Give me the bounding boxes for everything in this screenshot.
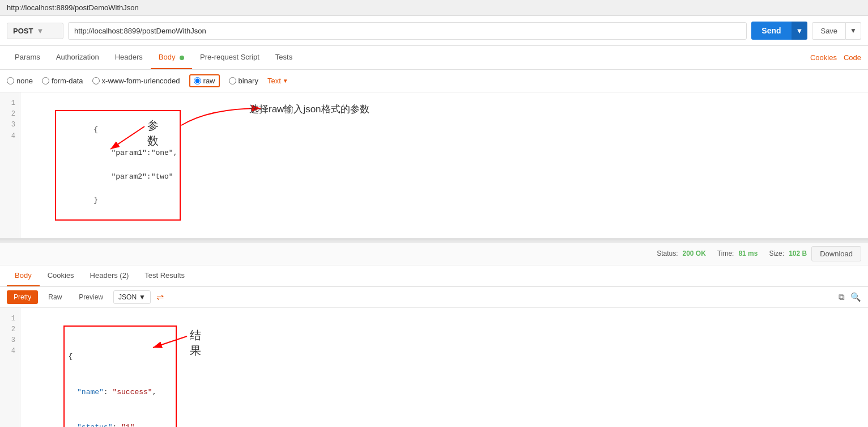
- urlencoded-radio[interactable]: [92, 77, 100, 84]
- size-label: Size:: [769, 250, 784, 257]
- top-bar: http://localhost:8899/postDemoWithJson: [0, 0, 868, 16]
- form-data-option[interactable]: form-data: [42, 77, 83, 85]
- preview-button[interactable]: Preview: [72, 290, 110, 304]
- response-tabs: Body Cookies Headers (2) Test Results: [0, 265, 868, 287]
- response-section: Status: 200 OK Time: 81 ms Size: 102 B D…: [0, 243, 868, 427]
- request-tabs-row: Params Authorization Headers Body Pre-re…: [0, 46, 868, 70]
- send-button[interactable]: Send: [751, 22, 791, 40]
- result-annotation-text: 结果: [190, 328, 210, 358]
- format-select[interactable]: JSON ▼: [113, 290, 151, 304]
- params-annotation-text: 参数: [147, 118, 159, 149]
- send-dropdown-button[interactable]: ▼: [792, 22, 808, 40]
- response-status-bar: Status: 200 OK Time: 81 ms Size: 102 B D…: [657, 246, 861, 261]
- request-body-area: 1 2 3 4 { "param1":"one", "param2":"two"…: [0, 92, 868, 240]
- raw-annotation-container: 选择raw输入json格式的参数: [176, 103, 272, 131]
- raw-button[interactable]: Raw: [41, 290, 69, 304]
- wrap-icon[interactable]: ⇌: [156, 291, 164, 302]
- format-dropdown-arrow: ▼: [139, 293, 146, 301]
- response-header: Status: 200 OK Time: 81 ms Size: 102 B D…: [0, 243, 868, 265]
- resp-tab-test-results[interactable]: Test Results: [137, 265, 193, 286]
- raw-annotation-text: 选择raw输入json格式的参数: [249, 103, 369, 116]
- top-bar-url: http://localhost:8899/postDemoWithJson: [7, 3, 139, 12]
- resp-tab-cookies[interactable]: Cookies: [40, 265, 82, 286]
- text-format-select[interactable]: Text ▼: [267, 77, 288, 85]
- raw-option-box: raw: [189, 74, 220, 87]
- binary-radio[interactable]: [229, 77, 236, 84]
- request-bar: POST ▼ Send ▼ Save ▼: [0, 16, 868, 46]
- cookies-link[interactable]: Cookies: [810, 53, 837, 62]
- tab-tests[interactable]: Tests: [267, 46, 300, 69]
- time-label: Time:: [717, 250, 734, 257]
- raw-radio[interactable]: [194, 77, 201, 84]
- form-data-radio[interactable]: [42, 77, 49, 84]
- time-value: 81 ms: [738, 250, 758, 257]
- response-line-numbers: 1 2 3 4: [0, 308, 20, 427]
- resp-tab-body[interactable]: Body: [7, 265, 40, 286]
- response-code-editor: 1 2 3 4 { "name": "success", "status": "…: [0, 308, 868, 427]
- response-body-area: 1 2 3 4 { "name": "success", "status": "…: [0, 308, 868, 427]
- tab-authorization[interactable]: Authorization: [48, 46, 107, 69]
- save-dropdown-button[interactable]: ▼: [846, 22, 861, 40]
- method-select[interactable]: POST ▼: [7, 23, 63, 39]
- resp-tab-headers[interactable]: Headers (2): [82, 265, 137, 286]
- method-dropdown-arrow: ▼: [36, 27, 44, 35]
- code-link[interactable]: Code: [844, 53, 861, 62]
- pretty-button[interactable]: Pretty: [7, 290, 38, 304]
- method-label: POST: [13, 27, 33, 35]
- send-group: Send ▼: [751, 22, 807, 40]
- none-option[interactable]: none: [7, 77, 33, 85]
- status-label: Status:: [657, 250, 678, 257]
- raw-option[interactable]: raw: [194, 77, 215, 85]
- save-button[interactable]: Save: [812, 22, 846, 40]
- tab-right-links: Cookies Code: [810, 53, 861, 62]
- tab-pre-request[interactable]: Pre-request Script: [192, 46, 267, 69]
- save-group: Save ▼: [812, 22, 861, 40]
- copy-icon[interactable]: ⧉: [839, 292, 845, 302]
- tab-params[interactable]: Params: [7, 46, 48, 69]
- binary-option[interactable]: binary: [229, 77, 258, 85]
- resp-line-2: "name": "success",: [68, 387, 172, 399]
- download-button[interactable]: Download: [811, 246, 861, 261]
- resp-line-3: "status": "1": [68, 422, 172, 427]
- code-editor: 1 2 3 4 { "param1":"one", "param2":"two"…: [0, 92, 868, 238]
- tab-body[interactable]: Body: [151, 46, 192, 69]
- none-radio[interactable]: [7, 77, 14, 84]
- search-icon[interactable]: 🔍: [850, 292, 861, 302]
- params-annotation-container: 参数: [99, 121, 156, 155]
- tab-headers[interactable]: Headers: [107, 46, 151, 69]
- url-input[interactable]: [68, 22, 747, 40]
- response-toolbar: Pretty Raw Preview JSON ▼ ⇌ ⧉ 🔍: [0, 287, 868, 308]
- code-content[interactable]: { "param1":"one", "param2":"two" }: [20, 92, 868, 238]
- result-annotation-container: 结果: [142, 325, 210, 359]
- body-active-indicator: [180, 56, 184, 60]
- text-dropdown-arrow: ▼: [283, 78, 288, 84]
- size-value: 102 B: [789, 250, 807, 257]
- line-numbers: 1 2 3 4: [0, 92, 20, 238]
- urlencoded-option[interactable]: x-www-form-urlencoded: [92, 77, 180, 85]
- toolbar-right: ⧉ 🔍: [839, 292, 861, 302]
- body-options: none form-data x-www-form-urlencoded raw…: [0, 70, 868, 92]
- status-value: 200 OK: [683, 250, 706, 257]
